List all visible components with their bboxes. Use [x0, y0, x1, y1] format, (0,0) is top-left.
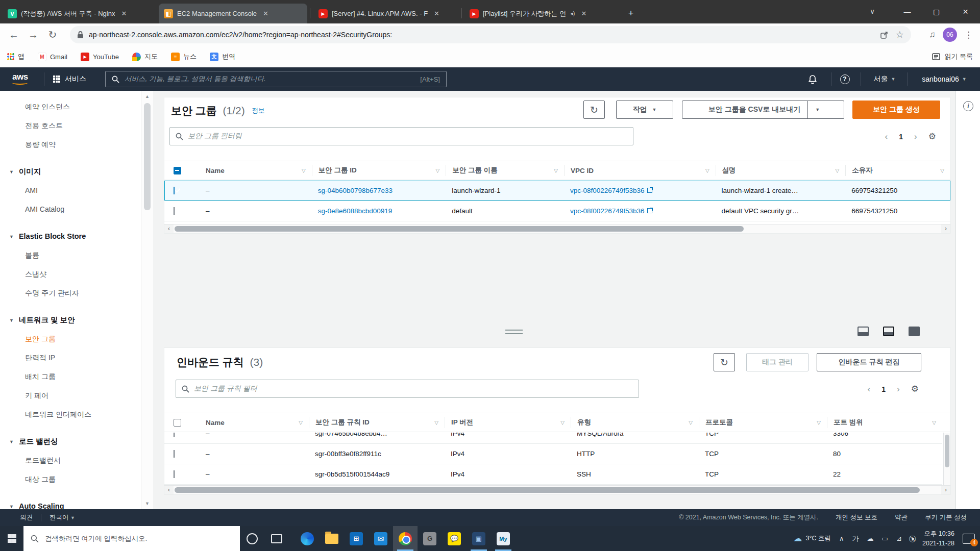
sidebar-item-reserved-instances[interactable]: 예약 인스턴스 — [0, 97, 153, 116]
feedback-link[interactable]: 의견 — [20, 513, 33, 522]
column-header-port-range[interactable]: 포트 범위▽ — [827, 417, 942, 428]
address-bar[interactable]: ap-northeast-2.console.aws.amazon.com/ec… — [70, 26, 911, 43]
onedrive-cloud-icon[interactable]: ☁ — [867, 535, 874, 542]
region-selector[interactable]: 서울 ▼ — [867, 67, 902, 91]
refresh-button[interactable]: ↻ — [583, 101, 605, 119]
browser-menu-icon[interactable]: ⋮ — [964, 30, 973, 40]
sort-icon[interactable]: ▽ — [299, 420, 303, 425]
back-button[interactable]: ← — [4, 29, 23, 41]
next-page-icon[interactable]: › — [914, 132, 917, 142]
column-header-protocol[interactable]: 프로토콜▽ — [699, 417, 827, 428]
sidebar-item-ami-catalog[interactable]: AMI Catalog — [0, 200, 153, 219]
column-header-owner[interactable]: 소유자▽ — [845, 165, 950, 176]
bookmark-translate[interactable]: 文 번역 — [210, 52, 235, 61]
sidebar-section-load-balancing[interactable]: ▼로드 밸런싱 — [0, 432, 153, 451]
vertical-scrollbar[interactable] — [943, 433, 950, 486]
reading-list-button[interactable]: 읽기 목록 — [932, 46, 973, 67]
sidebar-section-ebs[interactable]: ▼Elastic Block Store — [0, 227, 153, 246]
window-minimize-button[interactable]: — — [893, 0, 922, 23]
tab-velog[interactable]: v (작성중) AWS 서버 구축 - Nginx ✕ — [3, 4, 154, 23]
start-button[interactable] — [0, 526, 23, 551]
scrollbar-thumb[interactable] — [175, 226, 744, 232]
vpc-link-text[interactable]: vpc-08f00226749f53b36 — [570, 187, 645, 194]
taskbar-app-kakaotalk[interactable]: 💬 — [442, 526, 467, 551]
row-checkbox[interactable] — [174, 450, 175, 458]
cell-vpc-id-link[interactable]: vpc-08f00226749f53b36 — [564, 207, 716, 215]
sidebar-item-load-balancers[interactable]: 로드밸런서 — [0, 451, 153, 470]
sort-icon[interactable]: ▽ — [817, 420, 821, 425]
sort-icon[interactable]: ▽ — [940, 168, 944, 173]
sidebar-item-target-groups[interactable]: 대상 그룹 — [0, 470, 153, 489]
scroll-up-icon[interactable]: ▲ — [141, 94, 153, 99]
sidebar-item-lifecycle-manager[interactable]: 수명 주기 관리자 — [0, 284, 153, 303]
sort-icon[interactable]: ▽ — [836, 168, 840, 173]
scroll-left-icon[interactable]: ‹ — [164, 486, 174, 494]
next-page-icon[interactable]: › — [897, 384, 900, 394]
column-header-name[interactable]: Name▽ — [200, 417, 309, 428]
show-hidden-icons-chevron[interactable]: ∧ — [839, 535, 844, 542]
inbound-rule-row[interactable]: – sgr-07465b04b8ebd4… IPv4 MYSQL/Aurora … — [164, 433, 942, 444]
column-header-rule-id[interactable]: 보안 그룹 규칙 ID▽ — [309, 417, 445, 428]
action-center-button[interactable]: 4 — [963, 534, 975, 544]
column-header-vpc-id[interactable]: VPC ID▽ — [564, 165, 716, 176]
profile-avatar[interactable]: 06 — [943, 28, 957, 42]
privacy-link[interactable]: 개인 정보 보호 — [836, 513, 877, 522]
sidebar-item-volumes[interactable]: 볼륨 — [0, 246, 153, 265]
language-selector[interactable]: 한국어 ▼ — [50, 513, 75, 522]
sidebar-item-security-groups[interactable]: 보안 그룹 — [0, 330, 153, 348]
taskbar-app-mail[interactable]: ✉ — [369, 526, 393, 551]
row-checkbox[interactable] — [174, 207, 175, 215]
scrollbar-thumb[interactable] — [175, 487, 920, 493]
share-icon[interactable] — [880, 31, 889, 39]
sidebar-scrollbar[interactable]: ▲ ▼ — [141, 91, 153, 509]
select-all-checkbox[interactable] — [174, 419, 181, 427]
column-header-type[interactable]: 유형▽ — [571, 417, 699, 428]
ime-indicator[interactable]: 가 — [852, 534, 859, 543]
security-group-row[interactable]: – sg-04b60b0798b677e33 launch-wizard-1 v… — [164, 181, 950, 201]
taskbar-clock[interactable]: 오후 10:36 2021-11-28 — [922, 529, 954, 547]
split-caret-section[interactable]: ▼ — [807, 101, 827, 118]
row-checkbox[interactable] — [174, 470, 175, 478]
window-maximize-button[interactable]: ▢ — [922, 0, 951, 23]
sort-icon[interactable]: ▽ — [434, 420, 438, 425]
vpc-link-text[interactable]: vpc-08f00226749f53b36 — [570, 207, 645, 215]
taskbar-app-chrome[interactable] — [393, 526, 418, 551]
tab-youtube-server[interactable]: ▶ [Server] #4. Linux APM AWS. - F ✕ — [313, 4, 459, 23]
create-security-group-button[interactable]: 보안 그룹 생성 — [852, 101, 940, 119]
scroll-down-icon[interactable]: ▼ — [141, 501, 153, 506]
panel-resize-handle[interactable] — [505, 330, 523, 334]
help-button[interactable]: ? — [835, 67, 855, 91]
sort-icon[interactable]: ▽ — [302, 168, 306, 173]
sort-icon[interactable]: ▽ — [554, 168, 558, 173]
security-group-row[interactable]: – sg-0e8e6088bcbd00919 default vpc-08f00… — [164, 201, 950, 221]
sidebar-item-elastic-ips[interactable]: 탄력적 IP — [0, 348, 153, 367]
sidebar-item-network-interfaces[interactable]: 네트워크 인터페이스 — [0, 405, 153, 424]
volume-muted-icon[interactable]: 🕨⃠ — [910, 535, 914, 543]
row-checkbox[interactable] — [174, 433, 175, 437]
current-page[interactable]: 1 — [899, 133, 903, 141]
info-icon[interactable]: i — [963, 101, 973, 111]
tab-close-icon[interactable]: ✕ — [261, 9, 271, 18]
tab-close-icon[interactable]: ✕ — [119, 9, 129, 18]
sidebar-item-snapshots[interactable]: 스냅샷 — [0, 265, 153, 284]
cell-sg-id-link[interactable]: sg-0e8e6088bcbd00919 — [312, 207, 446, 215]
scrollbar-thumb[interactable] — [945, 435, 949, 467]
bookmark-news[interactable]: ≡ 뉴스 — [171, 52, 197, 61]
current-page[interactable]: 1 — [881, 385, 886, 393]
media-controls-icon[interactable]: ♫ — [929, 30, 936, 40]
column-header-sg-id[interactable]: 보안 그룹 ID▽ — [312, 165, 446, 176]
sort-icon[interactable]: ▽ — [705, 168, 709, 173]
aws-logo[interactable]: aws — [12, 72, 28, 85]
scrollbar-thumb[interactable] — [144, 103, 151, 210]
layout-bottom-pane-icon[interactable] — [857, 327, 869, 336]
weather-widget[interactable]: ☁ 3°C 흐림 — [794, 533, 831, 544]
notifications-button[interactable] — [802, 67, 823, 91]
sidebar-section-network-security[interactable]: ▼네트워크 및 보안 — [0, 311, 153, 330]
sidebar-item-ami[interactable]: AMI — [0, 181, 153, 200]
battery-icon[interactable]: ▭ — [882, 535, 888, 542]
column-header-ip-version[interactable]: IP 버전▽ — [445, 417, 571, 428]
sidebar-item-dedicated-hosts[interactable]: 전용 호스트 — [0, 116, 153, 135]
column-header-description[interactable]: 설명▽ — [716, 165, 846, 176]
horizontal-scrollbar[interactable]: ‹ › — [164, 224, 950, 233]
layout-full-pane-icon[interactable] — [909, 327, 920, 336]
